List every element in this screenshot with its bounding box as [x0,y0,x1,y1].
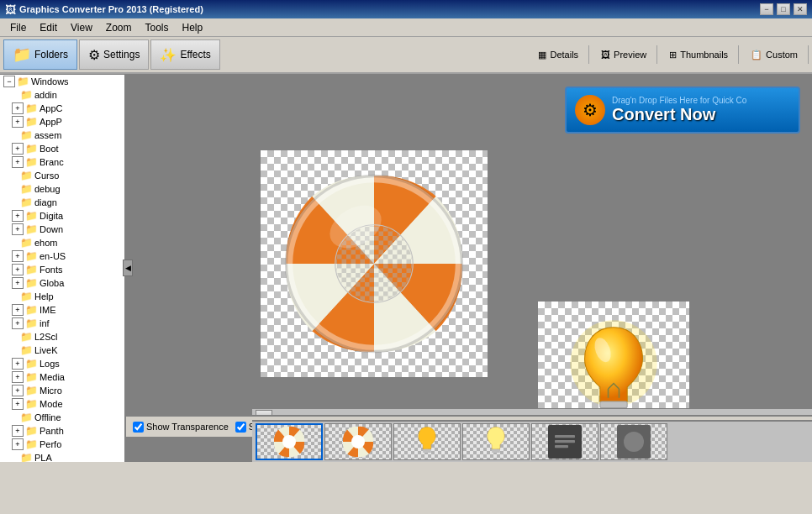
tab-custom[interactable]: 📋 Custom [741,45,809,64]
expand-icon[interactable]: + [12,371,24,383]
svg-rect-20 [555,435,575,438]
expand-icon[interactable]: + [12,385,24,396]
show-transparency-check[interactable]: Show Transparence [133,422,229,433]
tree-debug[interactable]: 📁 debug [0,182,124,196]
menu-file[interactable]: File [3,20,33,35]
life-ring-image [282,171,467,356]
tree-globa[interactable]: + 📁 Globa [0,276,124,290]
thumbnail-4[interactable] [462,423,530,460]
expand-icon[interactable]: + [12,210,24,222]
expand-icon[interactable]: + [12,156,24,168]
tab-preview[interactable]: 🖼 Preview [591,45,657,64]
close-button[interactable]: ✕ [794,3,807,15]
menu-view[interactable]: View [64,20,99,35]
expand-icon[interactable]: + [12,223,24,235]
tree-assem[interactable]: 📁 assem [0,128,124,142]
tree-fonts[interactable]: + 📁 Fonts [0,263,124,276]
tree-micro[interactable]: + 📁 Micro [0,384,124,397]
tree-ehom[interactable]: 📁 ehom [0,236,124,249]
folder-icon: 📁 [20,129,33,141]
expand-icon[interactable]: + [12,277,24,289]
tree-inf[interactable]: + 📁 inf [0,317,124,330]
item-perfo: Perfo [40,439,61,449]
expand-icon[interactable]: + [12,438,24,450]
tree-digita[interactable]: + 📁 Digita [0,209,124,223]
tree-pla[interactable]: 📁 PLA [0,451,124,462]
expand-icon[interactable]: + [12,398,24,410]
expand-icon[interactable]: + [12,250,24,262]
tree-root[interactable]: − 📁 Windows [0,75,124,88]
item-branc: Branc [40,157,64,167]
menu-edit[interactable]: Edit [33,20,64,35]
expand-icon[interactable]: + [12,143,24,155]
tree-enus[interactable]: + 📁 en-US [0,249,124,263]
thumbnails-icon: ⊞ [669,50,677,60]
effects-icon: ✨ [160,47,177,63]
tree-livek[interactable]: 📁 LiveK [0,344,124,357]
thumbnail-2[interactable] [324,423,392,460]
maximize-button[interactable]: □ [777,3,790,15]
thumbnail-6[interactable] [600,423,667,460]
folder-icon: 📁 [25,264,38,275]
item-logs: Logs [40,359,60,369]
folders-button[interactable]: 📁 Folders [3,39,77,70]
item-offline: Offline [34,412,61,422]
tree-down[interactable]: + 📁 Down [0,223,124,236]
tab-thumbnails[interactable]: ⊞ Thumbnails [659,45,739,64]
transparency-checkbox[interactable] [133,422,144,433]
expand-icon[interactable]: + [12,358,24,370]
effects-button[interactable]: ✨ Effects [150,39,219,70]
folder-icon: 📁 [25,277,38,289]
item-ime: IME [40,305,56,315]
tree-appp[interactable]: + 📁 AppP [0,115,124,128]
folder-icon: 📁 [20,344,33,356]
item-debug: debug [34,184,61,194]
grid-checkbox[interactable] [235,422,246,433]
tree-branc[interactable]: + 📁 Branc [0,155,124,169]
tree-addin[interactable]: 📁 addin [0,88,124,102]
settings-button[interactable]: ⚙ Settings [79,39,149,70]
expand-icon[interactable]: + [12,116,24,128]
item-media: Media [40,372,65,382]
folder-icon: 📁 [20,237,33,249]
gear-circle-icon: ⚙ [575,95,605,125]
tree-diagn[interactable]: 📁 diagn [0,196,124,209]
thumbnail-1[interactable] [256,423,323,460]
tree-boot[interactable]: + 📁 Boot [0,142,124,155]
drag-text: Drag'n Drop Files Here for Quick Co [612,96,746,105]
banner-text-area: Drag'n Drop Files Here for Quick Co Conv… [612,96,746,124]
tree-appc[interactable]: + 📁 AppC [0,102,124,115]
thumbnails-strip [252,420,812,462]
tree-logs[interactable]: + 📁 Logs [0,357,124,370]
collapse-arrow[interactable]: ◀ [123,260,133,276]
menu-tools[interactable]: Tools [139,20,176,35]
tree-media[interactable]: + 📁 Media [0,370,124,384]
folders-label: Folders [34,49,68,60]
tab-details[interactable]: ▦ Details [528,45,589,64]
menu-help[interactable]: Help [176,20,210,35]
tree-ime[interactable]: + 📁 IME [0,303,124,317]
expand-icon[interactable]: − [3,76,15,87]
folder-icon: 📁 [17,76,29,87]
tree-offline[interactable]: 📁 Offline [0,411,124,424]
expand-icon[interactable]: + [12,102,24,114]
tree-l2scl[interactable]: 📁 L2Scl [0,330,124,344]
expand-icon[interactable]: + [12,304,24,316]
item-diagn: diagn [34,197,57,207]
tree-panth[interactable]: + 📁 Panth [0,424,124,438]
tree-curso[interactable]: 📁 Curso [0,169,124,182]
thumbnail-5[interactable] [531,423,598,460]
svg-rect-18 [492,449,500,453]
expand-icon[interactable]: + [12,264,24,275]
convert-banner[interactable]: ⚙ Drag'n Drop Files Here for Quick Co Co… [565,87,800,134]
tree-perfo[interactable]: + 📁 Perfo [0,438,124,451]
expand-icon[interactable]: + [12,317,24,329]
custom-label: Custom [766,50,798,60]
menu-zoom[interactable]: Zoom [99,20,139,35]
tree-mode[interactable]: + 📁 Mode [0,397,124,411]
tree-help[interactable]: 📁 Help [0,290,124,303]
expand-icon[interactable]: + [12,425,24,437]
folder-icon: 📁 [25,156,38,168]
thumbnail-3[interactable] [393,423,461,460]
minimize-button[interactable]: − [760,3,773,15]
